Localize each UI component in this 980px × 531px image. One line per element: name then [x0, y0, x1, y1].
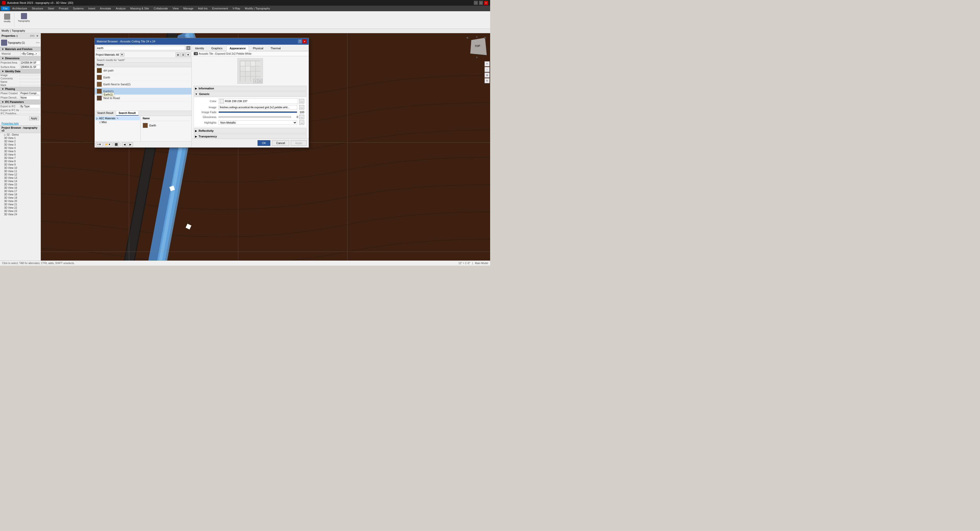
tree-view-18[interactable]: 3D View 18: [0, 193, 41, 196]
image-fade-slider[interactable]: [218, 112, 297, 113]
mat-preview-plane-btn[interactable]: □: [258, 79, 262, 83]
mat-preview-sphere-btn[interactable]: ○: [253, 79, 258, 83]
menu-view[interactable]: View: [170, 6, 181, 11]
tree-view-17[interactable]: 3D View 17: [0, 190, 41, 193]
tree-view-15[interactable]: 3D View 15: [0, 183, 41, 186]
mat-generic-header[interactable]: ▼ Generic: [194, 91, 307, 97]
tree-view-14[interactable]: 3D View 14: [0, 180, 41, 183]
mat-item-dirt-path[interactable]: dirt path: [95, 67, 191, 74]
menu-massing[interactable]: Massing & Site: [128, 6, 151, 11]
mat-search-clear-btn[interactable]: ✕: [186, 46, 191, 50]
mat-tab-identity[interactable]: Identity: [192, 45, 207, 51]
zoom-fit-btn[interactable]: ⊡: [485, 73, 490, 78]
apply-footer-btn[interactable]: Apply: [291, 140, 307, 146]
tree-view-6[interactable]: 3D View 6: [0, 153, 41, 156]
mat-reflectivity-header[interactable]: ▶ Reflectivity: [194, 128, 307, 133]
image-value[interactable]: [19, 75, 40, 76]
dialog-help-btn[interactable]: ?: [298, 39, 302, 43]
glossiness-options-btn[interactable]: …: [299, 115, 304, 119]
highlights-options-btn[interactable]: …: [299, 120, 304, 125]
menu-collaborate[interactable]: Collaborate: [152, 6, 170, 11]
mat-open-btn[interactable]: 📂▼: [103, 142, 112, 147]
tree-view-22[interactable]: 3D View 22: [0, 206, 41, 209]
tree-view-9[interactable]: 3D View 9: [0, 163, 41, 166]
navcube-right-arrow[interactable]: ▶: [484, 36, 487, 39]
mat-item-next-to-road[interactable]: Next to Road: [95, 95, 191, 102]
ok-btn[interactable]: OK: [258, 140, 270, 146]
zoom-out-btn[interactable]: -: [485, 67, 490, 72]
mat-bottom-earth-item[interactable]: Earth: [142, 122, 190, 129]
image-value-display[interactable]: finishes.ceilings.acoustical tile.expose…: [218, 105, 297, 110]
ifc-predefine-value[interactable]: [19, 113, 40, 114]
menu-modify-topography[interactable]: Modify | Topography: [243, 6, 272, 11]
edit-type-btn[interactable]: [36, 42, 40, 43]
close-button[interactable]: ✕: [484, 1, 488, 5]
mat-list-view-btn[interactable]: ☰: [181, 53, 185, 57]
name-value[interactable]: [19, 81, 40, 83]
phasing-section-header[interactable]: ▼ Phasing: [0, 87, 41, 91]
tree-view-3[interactable]: 3D View 3: [0, 143, 41, 146]
tree-view-12[interactable]: 3D View 12: [0, 173, 41, 176]
dialog-close-btn[interactable]: ✕: [302, 39, 307, 43]
menu-precast[interactable]: Precast: [57, 6, 70, 11]
materials-section-header[interactable]: ▼ Materials and Finishes: [0, 47, 41, 51]
navcube-box[interactable]: TOP: [470, 38, 487, 55]
tree-view-23[interactable]: 3D View 23: [0, 209, 41, 213]
tree-view-10[interactable]: 3D View 10: [0, 166, 41, 170]
color-picker-btn[interactable]: …: [299, 99, 304, 104]
properties-close-btn[interactable]: ✕: [35, 34, 39, 38]
tree-view-8[interactable]: 3D View 8: [0, 159, 41, 163]
comments-value[interactable]: [19, 78, 40, 79]
mat-bottom-tab-search[interactable]: Search Result: [95, 111, 116, 116]
navcube[interactable]: TOP: [470, 38, 485, 54]
color-display[interactable]: RGB 238 238 237: [218, 98, 298, 104]
tree-view-5[interactable]: 3D View 5: [0, 150, 41, 153]
properties-help-link[interactable]: Properties help: [2, 122, 19, 125]
mat-information-header[interactable]: ▶ Information: [194, 86, 307, 91]
mat-nav-right-btn[interactable]: ▶: [128, 142, 133, 147]
material-value[interactable]: <By Categ...>: [21, 52, 39, 56]
identity-section-header[interactable]: ▼ Identity Data: [0, 69, 41, 73]
zoom-in-btn[interactable]: +: [485, 61, 490, 66]
mat-item-earth[interactable]: Earth: [95, 74, 191, 81]
menu-analyze[interactable]: Analyze: [114, 6, 128, 11]
menu-environment[interactable]: Environment: [210, 6, 230, 11]
mat-nav-left-btn[interactable]: ◀: [122, 142, 127, 147]
menu-file[interactable]: File: [1, 6, 10, 11]
ribbon-modify-btn[interactable]: Modify: [2, 13, 12, 27]
dimensions-section-header[interactable]: ▼ Dimensions: [0, 56, 41, 61]
menu-systems[interactable]: Systems: [71, 6, 86, 11]
mat-bottom-tab-search-active[interactable]: Search Result: [116, 111, 138, 116]
mat-tree-aec[interactable]: ▷ AEC Materials ✎: [95, 116, 140, 120]
tree-view-24[interactable]: 3D View 24: [0, 213, 41, 216]
mat-export-btn[interactable]: ⬛: [113, 142, 119, 147]
tree-view-13[interactable]: 3D View 13: [0, 176, 41, 180]
tree-item-demo[interactable]: ▷ 02 - Demo: [0, 133, 41, 136]
navcube-down-arrow[interactable]: ▼: [475, 56, 478, 59]
export-ifc-value[interactable]: By Type: [19, 104, 40, 108]
navcube-up-arrow[interactable]: ▲: [475, 35, 478, 38]
menu-manage[interactable]: Manage: [181, 6, 196, 11]
tree-view-11[interactable]: 3D View 11: [0, 170, 41, 173]
menu-addins[interactable]: Add-Ins: [196, 6, 210, 11]
ifc-section-header[interactable]: ▼ IFC Parameters: [0, 100, 41, 104]
mat-search-input[interactable]: [96, 46, 185, 50]
mat-item-earth-next-to-sand[interactable]: Earth Next to Sand(2): [95, 81, 191, 88]
tree-view-16[interactable]: 3D View 16: [0, 186, 41, 190]
tree-view-4[interactable]: 3D View 4: [0, 146, 41, 150]
mat-tab-physical[interactable]: Physical: [250, 45, 267, 51]
maximize-button[interactable]: □: [479, 1, 483, 5]
mark-value[interactable]: [19, 85, 40, 86]
glossiness-slider[interactable]: [218, 116, 291, 118]
menu-structure[interactable]: Structure: [30, 6, 45, 11]
phase-demo-value[interactable]: None: [20, 96, 40, 100]
tree-view-21[interactable]: 3D View 21: [0, 203, 41, 206]
apply-btn[interactable]: Apply: [29, 116, 39, 120]
image-picker-btn[interactable]: …: [299, 105, 304, 110]
mat-tab-appearance[interactable]: Appearance: [226, 45, 249, 51]
mat-filter-options-btn[interactable]: ▼: [186, 53, 191, 57]
mat-item-earth1-selected[interactable]: Earth(1) Earth(1): [95, 88, 191, 95]
export-ifc-as-value[interactable]: [20, 110, 40, 111]
cancel-btn[interactable]: Cancel: [272, 140, 289, 146]
tree-view-1[interactable]: 3D View 1: [0, 136, 41, 140]
